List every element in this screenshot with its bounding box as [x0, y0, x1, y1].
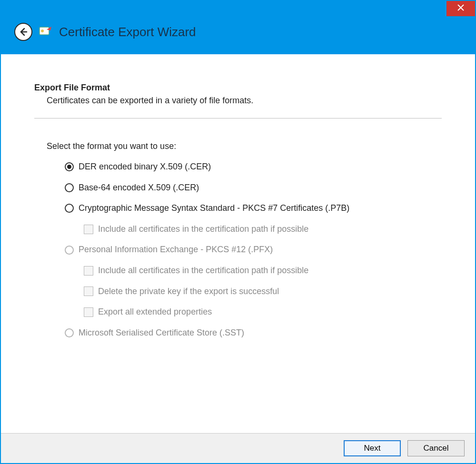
- radio-label: Base-64 encoded X.509 (.CER): [79, 183, 199, 193]
- back-arrow-icon: [19, 27, 28, 37]
- wizard-content: Export File Format Certificates can be e…: [1, 54, 475, 433]
- radio-sst: Microsoft Serialised Certificate Store (…: [65, 328, 442, 338]
- format-prompt: Select the format you want to use:: [47, 141, 442, 151]
- checkbox-icon: [84, 286, 93, 296]
- radio-label: Microsoft Serialised Certificate Store (…: [79, 328, 244, 338]
- format-options: DER encoded binary X.509 (.CER) Base-64 …: [65, 162, 442, 338]
- section-subtitle: Certificates can be exported in a variet…: [47, 96, 442, 106]
- checkbox-label: Include all certificates in the certific…: [98, 266, 308, 276]
- cancel-button[interactable]: Cancel: [407, 440, 465, 456]
- close-button[interactable]: [446, 1, 475, 16]
- radio-label: Cryptographic Message Syntax Standard - …: [79, 203, 349, 214]
- radio-icon: [65, 183, 74, 192]
- svg-point-4: [41, 30, 44, 32]
- checkbox-label: Delete the private key if the export is …: [98, 286, 279, 297]
- certificate-wizard-icon: [39, 26, 52, 38]
- radio-label: DER encoded binary X.509 (.CER): [79, 162, 211, 172]
- button-label: Next: [364, 444, 381, 453]
- radio-icon: [65, 328, 74, 337]
- radio-base64[interactable]: Base-64 encoded X.509 (.CER): [65, 183, 442, 193]
- wizard-footer: Next Cancel: [1, 433, 475, 463]
- checkbox-icon: [84, 225, 93, 234]
- checkbox-label: Export all extended properties: [98, 307, 212, 317]
- check-pfx-export-ext: Export all extended properties: [84, 307, 442, 317]
- check-p7b-include-path: Include all certificates in the certific…: [84, 224, 442, 235]
- checkbox-label: Include all certificates in the certific…: [98, 224, 308, 235]
- radio-icon: [65, 204, 74, 213]
- radio-der[interactable]: DER encoded binary X.509 (.CER): [65, 162, 442, 172]
- section-title: Export File Format: [34, 83, 442, 93]
- wizard-title: Certificate Export Wizard: [59, 25, 196, 39]
- radio-pfx: Personal Information Exchange - PKCS #12…: [65, 245, 442, 255]
- next-button[interactable]: Next: [344, 440, 401, 456]
- check-pfx-delete-key: Delete the private key if the export is …: [84, 286, 442, 297]
- wizard-header: Certificate Export Wizard: [1, 16, 475, 54]
- titlebar: [1, 1, 475, 16]
- back-button[interactable]: [14, 23, 32, 41]
- checkbox-icon: [84, 307, 93, 317]
- radio-icon: [65, 246, 74, 255]
- radio-icon: [65, 162, 74, 171]
- radio-label: Personal Information Exchange - PKCS #12…: [79, 245, 273, 255]
- divider: [34, 118, 442, 118]
- checkbox-icon: [84, 266, 93, 276]
- close-icon: [457, 4, 464, 13]
- radio-pkcs7[interactable]: Cryptographic Message Syntax Standard - …: [65, 203, 442, 214]
- wizard-window: Certificate Export Wizard Export File Fo…: [0, 0, 476, 464]
- button-label: Cancel: [424, 444, 449, 453]
- check-pfx-include-path: Include all certificates in the certific…: [84, 266, 442, 276]
